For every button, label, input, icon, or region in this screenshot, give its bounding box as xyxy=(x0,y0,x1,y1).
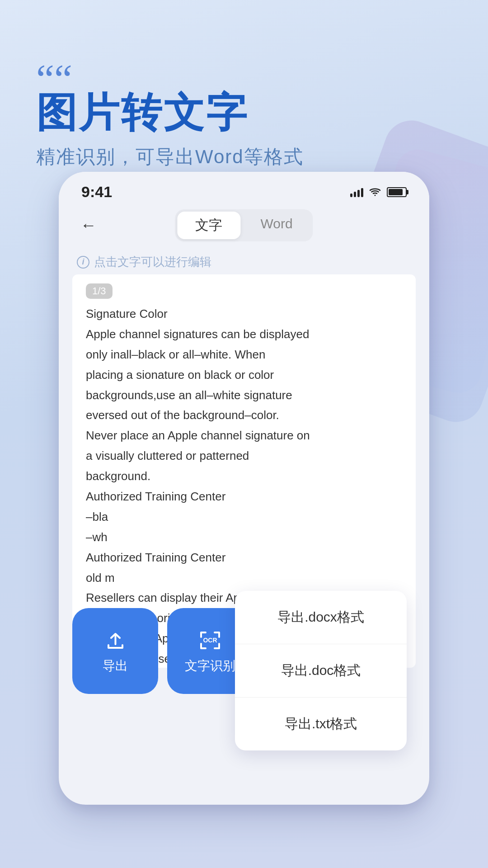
content-hint: i 点击文字可以进行编辑 xyxy=(59,247,429,274)
tab-text[interactable]: 文字 xyxy=(177,212,240,239)
doc-line: Authorized Training Center xyxy=(86,487,402,506)
doc-line: Apple channel signatures can be displaye… xyxy=(86,325,402,344)
export-docx-item[interactable]: 导出.docx格式 xyxy=(235,591,407,644)
status-bar: 9:41 xyxy=(59,172,429,205)
phone-container: 9:41 ← 文字 Wo xyxy=(36,172,470,868)
export-txt-item[interactable]: 导出.txt格式 xyxy=(235,697,407,750)
doc-line: a visually cluttered or patterned xyxy=(86,446,402,466)
export-button[interactable]: 导出 xyxy=(72,608,158,694)
action-buttons-group: 导出 OCR 文字识别 xyxy=(72,608,262,694)
page-subtitle: 精准识别，可导出Word等格式 xyxy=(36,144,461,170)
doc-line: Never place an Apple channel signature o… xyxy=(86,426,402,445)
export-doc-item[interactable]: 导出.doc格式 xyxy=(235,644,407,697)
tab-group: 文字 Word xyxy=(175,209,313,241)
ocr-button-label: 文字识别 xyxy=(185,657,235,675)
tab-word[interactable]: Word xyxy=(242,212,310,239)
doc-line: background. xyxy=(86,467,402,486)
svg-text:OCR: OCR xyxy=(203,637,217,644)
export-icon xyxy=(103,628,128,653)
export-button-label: 导出 xyxy=(103,657,128,675)
header-section: ““ 图片转文字 精准识别，可导出Word等格式 xyxy=(0,0,488,170)
status-time: 9:41 xyxy=(81,183,112,201)
doc-line: –wh xyxy=(86,528,402,547)
doc-line: –bla xyxy=(86,507,402,527)
ocr-icon: OCR xyxy=(197,628,224,653)
doc-line: old m xyxy=(86,568,402,588)
doc-line: Signature Color xyxy=(86,304,402,324)
doc-line: eversed out of the background–color. xyxy=(86,406,402,425)
wifi-icon xyxy=(369,187,381,197)
battery-icon xyxy=(387,187,407,197)
signal-icon xyxy=(350,187,363,197)
doc-line: backgrounds,use an all–white signature xyxy=(86,386,402,405)
doc-line: placing a sionature on black or color xyxy=(86,365,402,385)
hint-icon: i xyxy=(77,256,89,269)
hint-text: 点击文字可以进行编辑 xyxy=(94,254,211,270)
nav-bar: ← 文字 Word xyxy=(59,205,429,247)
page-indicator: 1/3 xyxy=(86,283,113,299)
back-button[interactable]: ← xyxy=(77,212,100,238)
doc-line: only inall–black or all–white. When xyxy=(86,345,402,364)
quote-icon: ““ xyxy=(36,59,461,99)
phone-mockup: 9:41 ← 文字 Wo xyxy=(59,172,429,805)
doc-line: Authorized Training Center xyxy=(86,548,402,567)
status-icons xyxy=(350,187,407,197)
export-menu: 导出.docx格式 导出.doc格式 导出.txt格式 xyxy=(235,591,407,750)
